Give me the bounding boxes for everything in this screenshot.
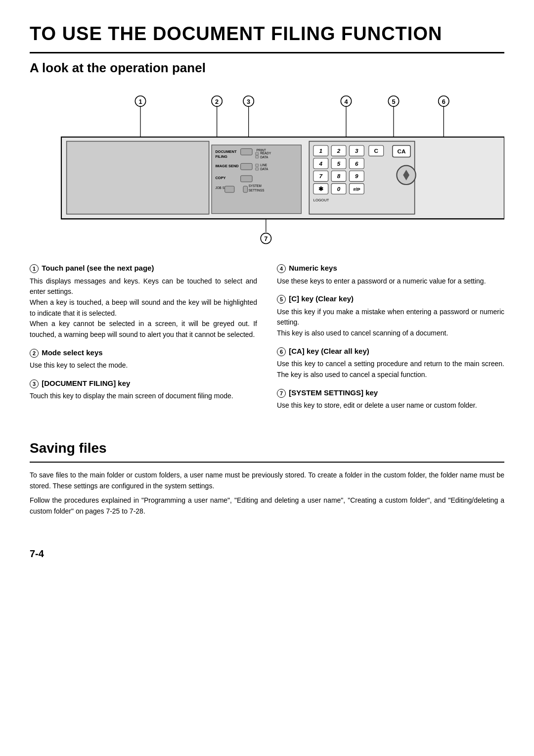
- svg-text:DATA: DATA: [260, 167, 268, 171]
- svg-text:5: 5: [337, 160, 341, 167]
- svg-text:6: 6: [442, 98, 445, 105]
- svg-text:SYSTEM: SYSTEM: [249, 184, 262, 188]
- circle-num-3: 3: [30, 379, 39, 388]
- desc-item-6: 6 [CA] key (Clear all key) Use this key …: [277, 346, 504, 380]
- page-number: 7-4: [30, 546, 504, 561]
- panel-svg: 1 2 3 4 5 6 1 2 3: [30, 90, 504, 248]
- panel-diagram: 1 2 3 4 5 6 1 2 3: [30, 90, 504, 248]
- svg-text:2: 2: [215, 98, 219, 105]
- svg-rect-19: [67, 142, 209, 214]
- desc-item-4: 4 Numeric keys Use these keys to enter a…: [277, 263, 504, 286]
- desc-right-col: 4 Numeric keys Use these keys to enter a…: [277, 263, 504, 418]
- svg-text:7: 7: [319, 173, 323, 179]
- svg-rect-57: [256, 152, 259, 155]
- circle-num-4: 4: [277, 264, 286, 273]
- saving-files-body: To save files to the main folder or cust…: [30, 470, 504, 517]
- desc-left-col: 1 Touch panel (see the next page) This d…: [30, 263, 257, 418]
- svg-rect-55: [241, 148, 252, 155]
- svg-text:DATA: DATA: [260, 155, 268, 159]
- descriptions-grid: 1 Touch panel (see the next page) This d…: [30, 263, 504, 418]
- sub-title: A look at the operation panel: [30, 58, 504, 78]
- desc-label-5: 5 [C] key (Clear key): [277, 293, 504, 305]
- svg-text:LOGOUT: LOGOUT: [313, 198, 329, 202]
- desc-label-7: 7 [SYSTEM SETTINGS] key: [277, 387, 504, 399]
- svg-rect-62: [241, 163, 252, 170]
- desc-item-5: 5 [C] key (Clear key) Use this key if yo…: [277, 293, 504, 339]
- desc-item-1: 1 Touch panel (see the next page) This d…: [30, 263, 257, 340]
- desc-item-3: 3 [DOCUMENT FILING] key Touch this key t…: [30, 378, 257, 402]
- desc-item-2: 2 Mode select keys Use this key to selec…: [30, 347, 257, 371]
- svg-rect-68: [241, 176, 252, 182]
- svg-text:DOCUMENT: DOCUMENT: [215, 149, 237, 154]
- desc-label-6: 6 [CA] key (Clear all key): [277, 346, 504, 357]
- desc-item-7: 7 [SYSTEM SETTINGS] key Use this key to …: [277, 387, 504, 411]
- desc-label-2: 2 Mode select keys: [30, 347, 257, 359]
- svg-text:9: 9: [355, 173, 358, 179]
- svg-text:1: 1: [319, 147, 323, 154]
- svg-text:8: 8: [337, 173, 341, 179]
- svg-text:2: 2: [337, 147, 341, 154]
- svg-text:3: 3: [355, 147, 358, 154]
- svg-text:1: 1: [138, 98, 142, 105]
- svg-text:5: 5: [392, 98, 395, 105]
- svg-text:SETTINGS: SETTINGS: [249, 189, 265, 192]
- svg-text:IMAGE SEND: IMAGE SEND: [215, 164, 239, 168]
- svg-text:#/P: #/P: [353, 187, 360, 192]
- svg-text:0: 0: [337, 186, 341, 192]
- svg-rect-72: [225, 186, 234, 192]
- main-title: TO USE THE DOCUMENT FILING FUNCTION: [30, 20, 504, 53]
- svg-text:✱: ✱: [318, 186, 323, 192]
- svg-text:CA: CA: [398, 148, 406, 154]
- svg-text:4: 4: [344, 98, 348, 105]
- circle-num-5: 5: [277, 295, 286, 304]
- svg-text:7: 7: [264, 235, 267, 242]
- svg-text:6: 6: [355, 160, 358, 167]
- saving-files-section: Saving files To save files to the main f…: [30, 438, 504, 517]
- circle-num-1: 1: [30, 264, 39, 273]
- svg-rect-63: [256, 164, 259, 166]
- svg-text:COPY: COPY: [215, 176, 225, 180]
- desc-label-1: 1 Touch panel (see the next page): [30, 263, 257, 274]
- svg-text:READY: READY: [260, 151, 271, 155]
- saving-files-title: Saving files: [30, 438, 504, 463]
- svg-rect-73: [243, 186, 248, 192]
- svg-text:3: 3: [247, 98, 250, 105]
- desc-label-4: 4 Numeric keys: [277, 263, 504, 274]
- svg-rect-59: [256, 155, 259, 158]
- circle-num-6: 6: [277, 347, 286, 356]
- svg-text:C: C: [374, 147, 379, 154]
- desc-label-3: 3 [DOCUMENT FILING] key: [30, 378, 257, 389]
- svg-text:4: 4: [319, 160, 323, 167]
- circle-num-2: 2: [30, 349, 39, 358]
- svg-text:FILING: FILING: [215, 154, 227, 159]
- svg-text:LINE: LINE: [260, 163, 267, 167]
- circle-num-7: 7: [277, 389, 286, 398]
- svg-rect-65: [256, 168, 259, 170]
